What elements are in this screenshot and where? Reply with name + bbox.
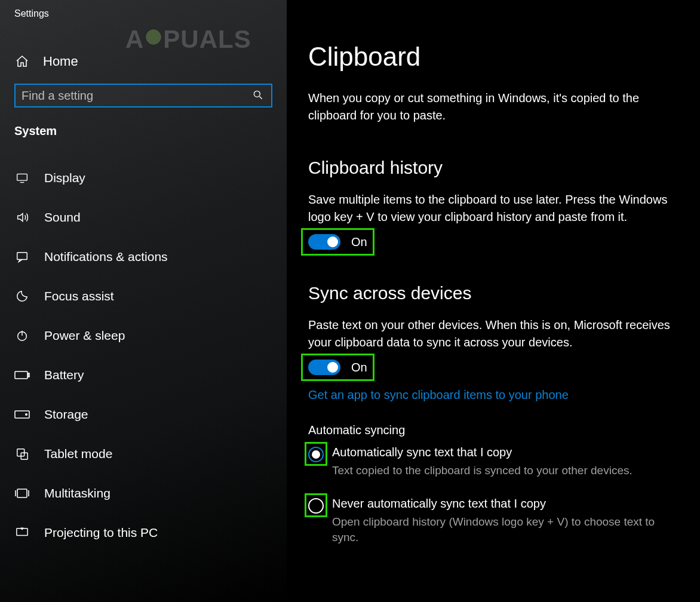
search-field[interactable]	[14, 84, 272, 108]
search-icon	[252, 89, 265, 102]
nav-item-battery[interactable]: Battery	[0, 355, 287, 395]
radio-auto-sync[interactable]	[308, 447, 324, 462]
home-label: Home	[43, 54, 78, 69]
nav-list: Display Sound Notifications & actions Fo…	[0, 158, 287, 552]
sync-desc: Paste text on your other devices. When t…	[308, 317, 678, 351]
section-sync-title: Sync across devices	[308, 283, 683, 303]
clipboard-history-toggle-label: On	[351, 235, 367, 249]
svg-rect-4	[15, 371, 27, 379]
page-title: Clipboard	[308, 42, 683, 72]
sidebar: Settings A PUALS Home System Dis	[0, 0, 287, 602]
tablet-icon	[14, 446, 30, 462]
nav-label: Sound	[44, 210, 81, 225]
storage-icon	[14, 407, 30, 422]
section-clipboard-history-title: Clipboard history	[308, 158, 683, 178]
radio-option-auto-sync[interactable]: Automatically sync text that I copy Text…	[308, 446, 683, 479]
nav-label: Tablet mode	[44, 447, 112, 461]
nav-label: Multitasking	[44, 486, 110, 500]
clipboard-history-toggle-row: On	[308, 234, 367, 250]
svg-rect-2	[17, 253, 27, 260]
search-input[interactable]	[22, 89, 252, 103]
projecting-icon	[14, 525, 30, 540]
svg-point-0	[254, 91, 260, 97]
nav-item-projecting[interactable]: Projecting to this PC	[0, 513, 287, 552]
sidebar-section-label: System	[0, 124, 287, 158]
nav-label: Projecting to this PC	[44, 526, 158, 540]
sound-icon	[14, 210, 30, 225]
home-row[interactable]: Home	[0, 25, 287, 84]
power-icon	[14, 328, 30, 343]
sync-phone-link[interactable]: Get an app to sync clipboard items to yo…	[308, 388, 683, 402]
nav-item-multitasking[interactable]: Multitasking	[0, 474, 287, 513]
radio-auto-sync-desc: Text copied to the clipboard is synced t…	[332, 463, 633, 479]
nav-label: Focus assist	[44, 289, 114, 303]
clipboard-history-toggle[interactable]	[308, 234, 340, 250]
window-title: Settings	[0, 0, 287, 25]
multitask-icon	[14, 486, 30, 501]
sync-toggle[interactable]	[308, 360, 340, 375]
automatic-syncing-heading: Automatic syncing	[308, 423, 683, 437]
display-icon	[14, 170, 30, 186]
radio-option-never-sync[interactable]: Never automatically sync text that I cop…	[308, 497, 683, 546]
main-content: Clipboard When you copy or cut something…	[287, 0, 700, 602]
sync-toggle-label: On	[351, 361, 367, 374]
home-icon	[14, 54, 30, 69]
sync-toggle-row: On	[308, 360, 367, 375]
radio-never-sync-label: Never automatically sync text that I cop…	[332, 497, 678, 511]
nav-label: Battery	[44, 368, 84, 382]
page-intro: When you copy or cut something in Window…	[308, 90, 678, 124]
nav-item-focus-assist[interactable]: Focus assist	[0, 277, 287, 316]
notifications-icon	[14, 249, 30, 265]
nav-label: Storage	[44, 407, 88, 422]
nav-item-storage[interactable]: Storage	[0, 395, 287, 434]
nav-label: Display	[44, 171, 85, 185]
svg-rect-1	[17, 174, 27, 180]
radio-never-sync-desc: Open clipboard history (Windows logo key…	[332, 514, 678, 546]
nav-label: Notifications & actions	[44, 250, 168, 264]
svg-rect-5	[28, 373, 29, 377]
svg-point-7	[26, 414, 27, 416]
nav-item-power[interactable]: Power & sleep	[0, 316, 287, 355]
automatic-syncing-options: Automatically sync text that I copy Text…	[308, 446, 683, 546]
clipboard-history-desc: Save multiple items to the clipboard to …	[308, 191, 678, 226]
focus-assist-icon	[14, 288, 30, 304]
nav-label: Power & sleep	[44, 328, 125, 343]
svg-rect-10	[17, 489, 27, 497]
nav-item-display[interactable]: Display	[0, 158, 287, 198]
radio-auto-sync-label: Automatically sync text that I copy	[332, 446, 633, 459]
radio-never-sync[interactable]	[308, 498, 324, 514]
battery-icon	[14, 367, 30, 383]
nav-item-sound[interactable]: Sound	[0, 198, 287, 237]
nav-item-tablet[interactable]: Tablet mode	[0, 434, 287, 474]
nav-item-notifications[interactable]: Notifications & actions	[0, 237, 287, 277]
